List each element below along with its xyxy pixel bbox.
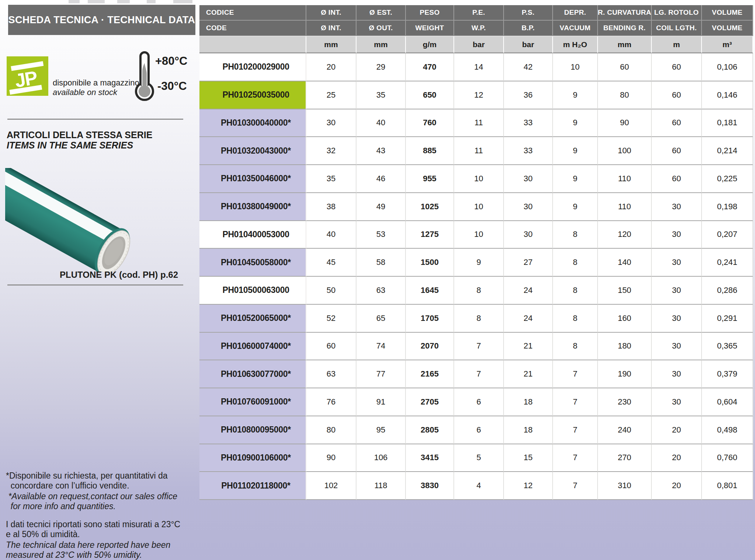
table-header-cell: LG. ROTOLO <box>652 5 702 21</box>
table-value-cell: 33 <box>504 137 553 165</box>
table-value-cell: 0,207 <box>702 221 753 249</box>
table-units-cell: m <box>652 36 702 53</box>
series-heading-it: ARTICOLI DELLA STESSA SERIE <box>7 130 152 140</box>
table-header-cell: R. CURVATURA <box>598 5 652 21</box>
table-value-cell: 20 <box>652 416 702 444</box>
table-value-cell: 90 <box>598 109 652 137</box>
table-value-cell: 30 <box>652 221 702 249</box>
table-code-cell: PH010600074000* <box>199 333 306 361</box>
table-value-cell: 30 <box>306 109 356 137</box>
table-value-cell: 885 <box>406 137 454 165</box>
table-header-cell: WEIGHT <box>406 21 454 36</box>
table-value-cell: 650 <box>406 81 454 109</box>
table-value-cell: 8 <box>454 305 504 333</box>
table-value-cell: 60 <box>652 81 702 109</box>
table-header-cell: Ø EST. <box>356 5 406 21</box>
table-value-cell: 0,198 <box>702 193 753 221</box>
table-value-cell: 30 <box>652 388 702 416</box>
table-value-cell: 0,379 <box>702 360 753 388</box>
table-value-cell: 95 <box>356 416 406 444</box>
table-header-cell: VOLUME <box>702 5 753 21</box>
table-value-cell: 30 <box>652 305 702 333</box>
table-value-cell: 7 <box>553 388 598 416</box>
table-value-cell: 0,604 <box>702 388 753 416</box>
table-value-cell: 270 <box>598 444 652 472</box>
table-value-cell: 120 <box>598 221 652 249</box>
table-code-cell: PH010500063000 <box>199 277 306 305</box>
table-value-cell: 7 <box>553 472 598 500</box>
table-value-cell: 9 <box>553 165 598 193</box>
table-units-cell: bar <box>454 36 504 53</box>
temperature-max: +80°C <box>155 55 187 68</box>
table-code-cell: PH011020118000* <box>199 472 306 500</box>
table-value-cell: 43 <box>356 137 406 165</box>
table-value-cell: 50 <box>306 277 356 305</box>
table-code-cell: PH010400053000 <box>199 221 306 249</box>
table-value-cell: 8 <box>553 221 598 249</box>
table-code-cell: PH010380049000* <box>199 193 306 221</box>
table-value-cell: 53 <box>356 221 406 249</box>
table-value-cell: 35 <box>356 81 406 109</box>
table-value-cell: 9 <box>454 249 504 277</box>
table-value-cell: 0,225 <box>702 165 753 193</box>
table-value-cell: 2070 <box>406 333 454 361</box>
table-value-cell: 1645 <box>406 277 454 305</box>
table-value-cell: 49 <box>356 193 406 221</box>
table-value-cell: 74 <box>356 333 406 361</box>
table-value-cell: 1705 <box>406 305 454 333</box>
table-value-cell: 8 <box>553 277 598 305</box>
table-value-cell: 30 <box>504 193 553 221</box>
table-value-cell: 760 <box>406 109 454 137</box>
table-code-cell: PH010800095000* <box>199 416 306 444</box>
table-value-cell: 14 <box>454 53 504 81</box>
table-value-cell: 52 <box>306 305 356 333</box>
table-value-cell: 0,181 <box>702 109 753 137</box>
table-value-cell: 230 <box>598 388 652 416</box>
table-header-cell: VOLUME <box>702 21 753 36</box>
table-value-cell: 45 <box>306 249 356 277</box>
table-units-cell: m³ <box>702 36 753 53</box>
table-value-cell: 63 <box>306 360 356 388</box>
table-value-cell: 0,214 <box>702 137 753 165</box>
table-value-cell: 80 <box>598 81 652 109</box>
hose-product-image <box>5 168 184 272</box>
table-code-cell: PH010760091000* <box>199 388 306 416</box>
table-value-cell: 7 <box>553 360 598 388</box>
table-value-cell: 46 <box>356 165 406 193</box>
table-header-cell: DEPR. <box>553 5 598 21</box>
table-code-cell: PH010200029000 <box>199 53 306 81</box>
table-value-cell: 18 <box>504 388 553 416</box>
table-units-cell: g/m <box>406 36 454 53</box>
table-code-cell: PH010900106000* <box>199 444 306 472</box>
table-value-cell: 955 <box>406 165 454 193</box>
table-value-cell: 32 <box>306 137 356 165</box>
table-value-cell: 8 <box>454 277 504 305</box>
table-value-cell: 30 <box>652 193 702 221</box>
footnote-measured-en: The technical data here reported have be… <box>6 540 187 560</box>
table-value-cell: 38 <box>306 193 356 221</box>
table-value-cell: 60 <box>652 109 702 137</box>
table-value-cell: 0,146 <box>702 81 753 109</box>
cropped-title-fragment <box>117 0 130 3</box>
section-divider-top <box>7 119 183 120</box>
table-value-cell: 1025 <box>406 193 454 221</box>
table-value-cell: 4 <box>454 472 504 500</box>
table-value-cell: 0,498 <box>702 416 753 444</box>
table-value-cell: 30 <box>652 277 702 305</box>
table-header-cell: CODICE <box>199 5 306 21</box>
table-value-cell: 91 <box>356 388 406 416</box>
table-value-cell: 60 <box>652 165 702 193</box>
table-code-cell: PH010350046000* <box>199 165 306 193</box>
stock-note-en: available on stock <box>53 88 139 97</box>
table-value-cell: 18 <box>504 416 553 444</box>
table-header-cell: VACUUM <box>553 21 598 36</box>
table-units-cell: mm <box>598 36 652 53</box>
stock-note-it: disponibile a magazzino <box>53 78 139 88</box>
table-value-cell: 60 <box>652 53 702 81</box>
table-value-cell: 3415 <box>406 444 454 472</box>
table-value-cell: 29 <box>356 53 406 81</box>
table-value-cell: 10 <box>553 53 598 81</box>
table-value-cell: 8 <box>553 249 598 277</box>
table-value-cell: 12 <box>504 472 553 500</box>
footnote-measured-it: I dati tecnici riportati sono stati misu… <box>6 519 187 539</box>
